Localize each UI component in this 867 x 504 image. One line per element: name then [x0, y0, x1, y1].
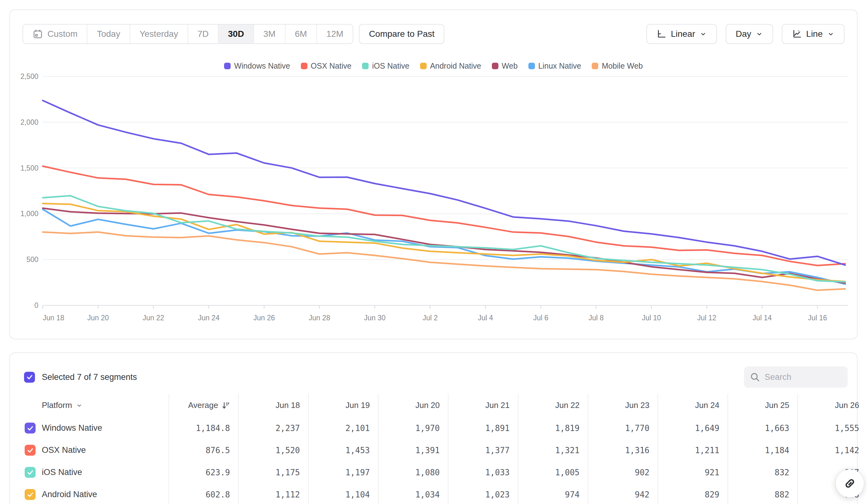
- date-column-header: Jun 22: [518, 394, 588, 417]
- day-value-cell: 1,184: [728, 439, 798, 461]
- series-line-windows-native[interactable]: [43, 100, 845, 265]
- day-value-cell: 1,005: [518, 461, 588, 483]
- y-axis-tick-label: 1,000: [20, 210, 39, 218]
- day-value-cell: 1,770: [588, 417, 657, 439]
- series-line-mobile-web[interactable]: [43, 232, 845, 291]
- platform-name: Windows Native: [42, 423, 103, 433]
- search-icon: [750, 372, 760, 382]
- platform-name: OSX Native: [42, 445, 86, 455]
- link-icon: [843, 476, 857, 490]
- average-column-header[interactable]: Average: [169, 394, 238, 417]
- date-column-header: Jun 23: [588, 394, 657, 417]
- segment-checkbox[interactable]: [25, 445, 35, 456]
- date-column-header: Jun 24: [657, 394, 728, 417]
- day-value-cell: 942: [588, 483, 657, 504]
- platform-name: Android Native: [42, 490, 97, 499]
- line-chart[interactable]: 05001,0001,5002,0002,500Jun 18Jun 20Jun …: [10, 10, 857, 339]
- segment-checkbox[interactable]: [25, 489, 35, 500]
- platform-cell: Windows Native: [10, 417, 169, 439]
- day-value-cell: 1,649: [657, 417, 728, 439]
- search-box: [744, 366, 848, 388]
- average-value-cell: 623.9: [169, 461, 238, 483]
- date-column-header: Jun 20: [378, 394, 448, 417]
- day-value-cell: 1,142: [798, 439, 867, 461]
- day-value-cell: 1,891: [448, 417, 518, 439]
- chevron-down-icon: [76, 402, 83, 409]
- x-axis-tick-label: Jun 22: [143, 314, 164, 322]
- table-row: Windows Native1,184.82,2372,1011,9701,89…: [10, 417, 867, 439]
- day-value-cell: 1,211: [657, 439, 728, 461]
- day-value-cell: 1,197: [308, 461, 378, 483]
- search-input[interactable]: [764, 372, 842, 382]
- date-column-header: Jun 25: [728, 394, 798, 417]
- day-value-cell: 1,377: [448, 439, 518, 461]
- day-value-cell: 1,080: [378, 461, 448, 483]
- x-axis-tick-label: Jul 16: [808, 314, 827, 322]
- chart-card: Custom Today Yesterday 7D 30D 3M 6M 12M …: [9, 9, 858, 339]
- day-value-cell: 1,819: [518, 417, 588, 439]
- table-body: Windows Native1,184.82,2372,1011,9701,89…: [10, 417, 867, 504]
- day-value-cell: 1,316: [588, 439, 657, 461]
- day-value-cell: 2,101: [308, 417, 378, 439]
- day-value-cell: 1,023: [448, 483, 518, 504]
- y-axis-tick-label: 500: [26, 255, 39, 264]
- segment-checkbox[interactable]: [25, 467, 35, 478]
- day-value-cell: 974: [518, 483, 588, 504]
- platform-cell: iOS Native: [10, 461, 169, 483]
- x-axis-tick-label: Jul 8: [589, 314, 604, 322]
- sort-descending-icon: [221, 401, 230, 410]
- day-value-cell: 1,970: [378, 417, 448, 439]
- day-value-cell: 1,555: [798, 417, 867, 439]
- day-value-cell: 1,321: [518, 439, 588, 461]
- copy-link-button[interactable]: [836, 469, 864, 497]
- day-value-cell: 1,112: [238, 483, 308, 504]
- day-value-cell: 829: [657, 483, 728, 504]
- day-value-cell: 1,520: [238, 439, 308, 461]
- y-axis-tick-label: 1,500: [20, 164, 39, 172]
- series-line-ios-native[interactable]: [43, 196, 845, 282]
- date-column-header: Jun 26: [798, 394, 867, 417]
- selected-segments-label: Selected 7 of 7 segments: [42, 372, 137, 382]
- check-icon: [26, 491, 34, 498]
- day-value-cell: 1,034: [378, 483, 448, 504]
- table-header-row: Platform Average Jun 18 Jun 19: [10, 394, 867, 417]
- dashboard-page: Custom Today Yesterday 7D 30D 3M 6M 12M …: [0, 0, 867, 504]
- x-axis-tick-label: Jul 12: [697, 314, 716, 322]
- select-all-checkbox[interactable]: [24, 372, 35, 383]
- x-axis-tick-label: Jul 6: [533, 314, 548, 322]
- y-axis-tick-label: 2,500: [20, 72, 39, 80]
- day-value-cell: 1,663: [728, 417, 798, 439]
- check-icon: [26, 425, 34, 432]
- platform-cell: Android Native: [10, 483, 169, 504]
- x-axis-tick-label: Jun 24: [198, 314, 220, 322]
- y-axis-tick-label: 2,000: [20, 118, 39, 126]
- table-row: OSX Native876.51,5201,4531,3911,3771,321…: [10, 439, 867, 461]
- day-value-cell: 1,175: [238, 461, 308, 483]
- platform-cell: OSX Native: [10, 439, 169, 461]
- x-axis-tick-label: Jul 4: [478, 314, 493, 322]
- average-value-cell: 876.5: [169, 439, 238, 461]
- segments-table-card: Selected 7 of 7 segments Platform: [9, 352, 858, 504]
- x-axis-tick-label: Jun 20: [87, 314, 109, 322]
- day-value-cell: 882: [728, 483, 798, 504]
- x-axis-tick-label: Jul 14: [752, 314, 772, 322]
- date-column-header: Jun 21: [448, 394, 518, 417]
- day-value-cell: 921: [657, 461, 728, 483]
- segments-table: Platform Average Jun 18 Jun 19: [10, 394, 867, 504]
- date-column-header: Jun 18: [238, 394, 308, 417]
- day-value-cell: 1,033: [448, 461, 518, 483]
- day-value-cell: 902: [588, 461, 657, 483]
- platform-name: iOS Native: [42, 468, 82, 477]
- day-value-cell: 1,453: [308, 439, 378, 461]
- platform-column-header[interactable]: Platform: [10, 394, 169, 417]
- date-column-header: Jun 19: [308, 394, 378, 417]
- day-value-cell: 2,237: [238, 417, 308, 439]
- day-value-cell: 1,104: [308, 483, 378, 504]
- x-axis-tick-label: Jun 18: [43, 314, 64, 322]
- table-row: iOS Native623.91,1751,1971,0801,0331,005…: [10, 461, 867, 483]
- segment-checkbox[interactable]: [25, 423, 35, 434]
- x-axis-tick-label: Jul 10: [642, 314, 661, 322]
- x-axis-tick-label: Jun 26: [254, 314, 275, 322]
- x-axis-tick-label: Jul 2: [422, 314, 438, 322]
- segments-bar: Selected 7 of 7 segments: [24, 366, 848, 388]
